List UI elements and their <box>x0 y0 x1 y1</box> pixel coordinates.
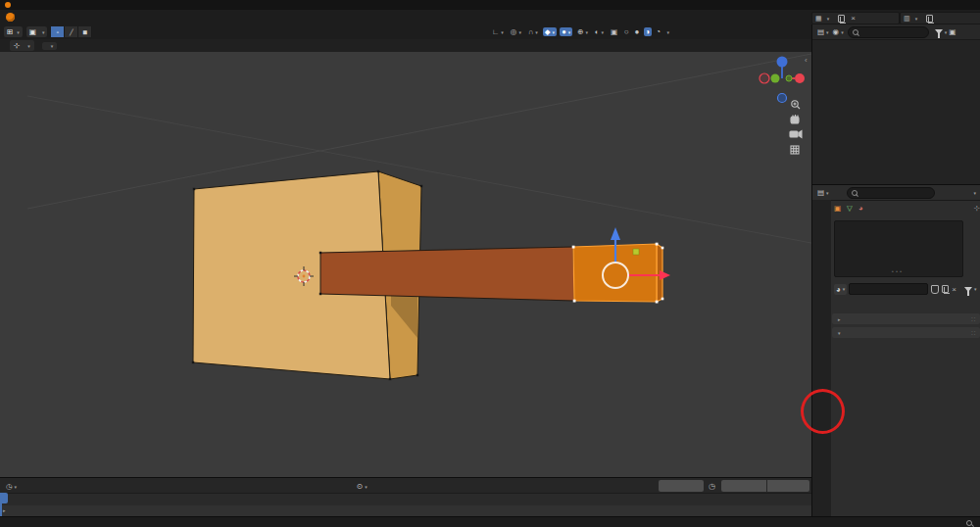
shading-rendered-icon[interactable]: ◔ <box>655 27 662 36</box>
timeline-editor-icon[interactable]: ◷▾ <box>4 482 19 491</box>
new-scene-icon[interactable] <box>838 15 845 23</box>
shading-wireframe-icon[interactable]: ○ <box>622 27 630 36</box>
gizmo-z-arrow[interactable] <box>611 227 620 240</box>
pin-icon[interactable]: ⊹ <box>974 204 980 213</box>
pivot-point-icon[interactable]: ◎▾ <box>509 27 523 36</box>
chevron-down-icon: ▾ <box>915 16 918 22</box>
ortho-toggle-icon[interactable] <box>791 146 799 154</box>
show-overlays-icon[interactable]: ◐▾ <box>593 27 606 36</box>
disclosure-icon: ▸ <box>838 316 841 322</box>
face-select-button[interactable]: ◼ <box>78 26 92 37</box>
playhead-badge[interactable] <box>0 493 8 503</box>
extruded-bar-face[interactable] <box>320 247 574 301</box>
vertex-select-button[interactable]: ▫ <box>51 26 65 37</box>
select-mode-buttons: ▫ ╱ ◼ <box>51 26 92 37</box>
outliner-display-mode-icon[interactable]: ▤▾ <box>815 27 831 36</box>
outliner-header: ▤▾ ◉▾ ▾ ▣ <box>812 24 980 40</box>
preview-panel-header[interactable]: ▸ ∷ <box>832 313 980 324</box>
annotation-red-circle <box>801 389 845 434</box>
blender-window: ▦▾ × ▥▾ ⊞▾ ▣ ▾ ▫ ╱ ◼ ∟ ▾ ◎▾ ∩▾ ◆▾ ●▾ ⊕▾ … <box>0 0 980 527</box>
properties-search[interactable] <box>847 187 935 199</box>
edit-mode-icon: ▣ <box>29 27 36 36</box>
camera-view-icon[interactable] <box>790 131 802 138</box>
properties-header: ▤▾ ▾ <box>812 185 980 201</box>
material-name-field[interactable] <box>849 283 928 295</box>
viewport-header-right: ∟ ▾ ◎▾ ∩▾ ◆▾ ●▾ ⊕▾ ◐▾ ▣ ○ ● ◑ ◔ ▾ <box>490 25 669 38</box>
timeline-ruler[interactable] <box>0 493 811 506</box>
shading-material-icon[interactable]: ◑ <box>644 27 652 36</box>
properties-tab-column <box>812 200 831 517</box>
mesh-icon: ▽ <box>847 204 853 213</box>
mode-dropdown[interactable]: ▣ ▾ <box>26 26 48 37</box>
status-bar <box>0 516 980 527</box>
shading-solid-icon[interactable]: ● <box>633 27 641 36</box>
stopwatch-icon[interactable]: ◷ <box>709 482 715 491</box>
outliner-filter-icon[interactable] <box>935 29 943 34</box>
viewport-scene: ‹ <box>0 52 811 477</box>
shading-dropdown-icon[interactable]: ▾ <box>667 29 670 35</box>
outliner-filter-object-icon[interactable]: ◉▾ <box>831 27 846 36</box>
xray-toggle-icon[interactable]: ▣ <box>609 27 619 36</box>
properties-content: ▣ ▽ ◕ ⊹ ••• ◕▾ × ▾ <box>831 200 980 517</box>
scene-selector[interactable]: ▦▾ × <box>811 12 900 24</box>
viewport-editor-icon: ⊞ <box>7 27 13 36</box>
material-datablock-row: ◕▾ × ▾ <box>831 283 980 295</box>
blender-app-icon <box>5 2 11 8</box>
outliner-search-input[interactable] <box>861 27 924 36</box>
editor-type-button[interactable]: ⊞▾ <box>4 26 23 37</box>
viewport-header: ⊞▾ ▣ ▾ ▫ ╱ ◼ <box>0 24 811 40</box>
top-bar: ▦▾ × ▥▾ <box>0 10 980 25</box>
sidebar-collapse-icon[interactable]: ‹ <box>805 56 808 65</box>
network-status-icon <box>966 520 972 526</box>
chevron-down-icon: ▾ <box>827 16 830 22</box>
edge-select-button[interactable]: ╱ <box>65 26 78 37</box>
orientation-dropdown[interactable]: ∟ ▾ <box>490 27 506 36</box>
list-grip[interactable]: ••• <box>834 268 961 274</box>
timeline: ◷▾ ⊙▾ ◷ ▸ <box>0 477 811 517</box>
new-material-icon[interactable] <box>942 285 949 293</box>
expand-channel-icon[interactable]: ▸ <box>3 507 6 513</box>
current-frame-field[interactable] <box>659 480 704 492</box>
gizmo-x-arrow[interactable] <box>660 270 670 280</box>
frame-start-field[interactable] <box>721 480 766 492</box>
material-icon: ◕ <box>858 204 863 213</box>
material-specials-icon[interactable] <box>964 287 972 292</box>
breadcrumb: ▣ ▽ ◕ ⊹ <box>831 200 980 216</box>
chevron-down-icon[interactable]: ▾ <box>973 190 976 196</box>
drag-setting-dropdown[interactable]: ▾ <box>42 42 58 50</box>
snap-magnet-icon[interactable]: ∩▾ <box>526 27 540 36</box>
new-collection-icon[interactable]: ▣ <box>947 27 957 36</box>
search-icon <box>853 29 858 35</box>
orientation-setting-dropdown[interactable]: ⊹▾ <box>10 40 34 51</box>
outliner: ▤▾ ◉▾ ▾ ▣ <box>811 24 980 184</box>
disclosure-icon: ▾ <box>838 330 841 336</box>
auto-keying-icon[interactable]: ⊙▾ <box>355 482 369 491</box>
chevron-down-icon[interactable]: ▾ <box>974 286 977 292</box>
new-viewlayer-icon[interactable] <box>926 15 933 23</box>
surface-panel-header[interactable]: ▾ ∷ <box>832 327 980 338</box>
blender-menu-icon[interactable] <box>6 13 15 22</box>
fake-user-icon[interactable] <box>931 285 939 294</box>
viewlayer-selector[interactable]: ▥▾ <box>900 12 980 24</box>
timeline-header: ◷▾ ⊙▾ ◷ <box>0 480 811 493</box>
frame-end-field[interactable] <box>767 480 809 492</box>
tool-settings-bar: ⊹▾ ▾ <box>0 39 811 53</box>
unlink-material-icon[interactable]: × <box>952 285 956 294</box>
search-icon <box>852 190 858 196</box>
pan-view-icon[interactable] <box>791 115 799 123</box>
properties-editor-icon[interactable]: ▤▾ <box>815 188 831 197</box>
viewport-3d[interactable]: ‹ <box>0 52 811 477</box>
show-gizmo-icon[interactable]: ⊕▾ <box>575 27 590 36</box>
outliner-search[interactable] <box>848 26 929 38</box>
proportional-edit-icon[interactable]: ●▾ <box>560 27 572 36</box>
face-center-dot[interactable] <box>633 249 639 255</box>
unlink-scene-icon[interactable]: × <box>851 14 856 23</box>
properties-search-input[interactable] <box>860 188 923 197</box>
zoom-view-icon[interactable] <box>792 101 800 109</box>
scene-icon: ▦ <box>815 15 822 23</box>
snapping-options-icon[interactable]: ◆▾ <box>543 27 557 36</box>
properties-editor: ▤▾ ▾ ▣ ▽ ◕ ⊹ ••• ◕▾ <box>811 184 980 517</box>
browse-material-button[interactable]: ◕▾ <box>834 284 847 295</box>
viewlayer-icon: ▥ <box>904 15 910 23</box>
object-icon: ▣ <box>834 204 841 213</box>
